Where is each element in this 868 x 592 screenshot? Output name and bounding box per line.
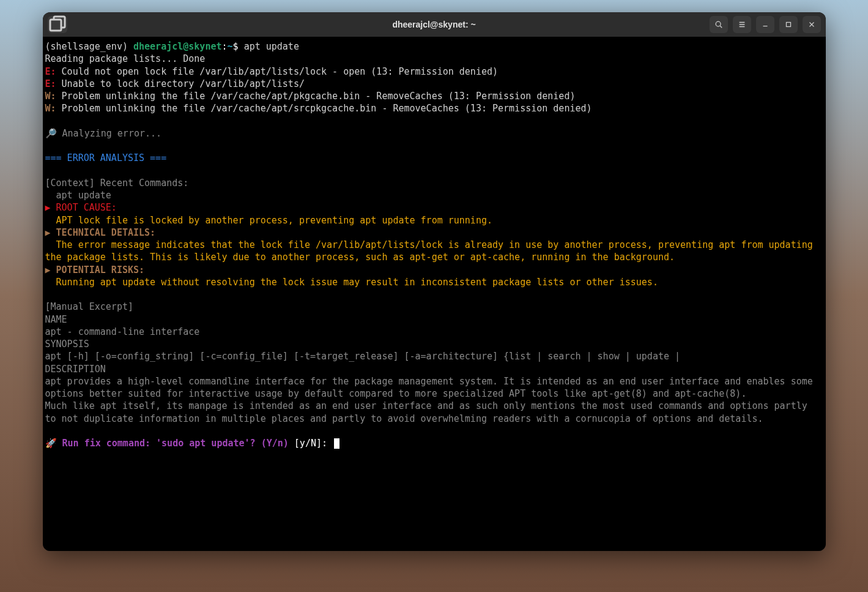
error-analysis-header: === ERROR ANALYSIS === [45,152,823,164]
prompt-separator: : [222,41,228,52]
fix-prompt-line: 🚀 Run fix command: 'sudo apt update'? (Y… [45,437,823,449]
root-cause-line: ▶ ROOT CAUSE: [45,201,823,214]
manual-description-label: DESCRIPTION [45,363,823,375]
titlebar-right [710,16,821,33]
error-prefix: E: [45,66,56,77]
error-text: Could not open lock file /var/lib/apt/li… [56,66,498,77]
warning-prefix: W: [45,103,56,114]
analyzing-text: Analyzing error... [57,128,162,139]
warning-line-1: W: Problem unlinking the file /var/cache… [45,90,823,102]
blank-line [45,288,823,301]
warning-line-2: W: Problem unlinking the file /var/cache… [45,102,823,114]
magnify-icon: 🔎 [45,128,57,139]
terminal-content[interactable]: (shellsage_env) dheerajcl@skynet:~$ apt … [43,37,826,551]
context-label: [Context] Recent Commands: [45,177,823,189]
root-cause-label: ROOT CAUSE: [51,202,117,213]
warning-text: Problem unlinking the file /var/cache/ap… [56,91,576,102]
error-prefix: E: [45,78,56,89]
command-text: apt update [244,41,299,52]
prompt-path: ~ [228,41,233,52]
risks-text: Running apt update without resolving the… [45,276,823,288]
new-tab-icon [48,15,67,34]
output-reading: Reading package lists... Done [45,53,823,65]
manual-synopsis-label: SYNOPSIS [45,338,823,350]
warning-prefix: W: [45,91,56,102]
new-tab-button[interactable] [48,16,67,33]
search-button[interactable] [710,16,728,33]
search-icon [714,20,723,29]
minimize-button[interactable] [756,16,774,33]
env-prefix: (shellsage_env) [45,41,128,52]
manual-description-text1: apt provides a high-level commandline in… [45,375,823,400]
rocket-icon: 🚀 [45,438,57,449]
svg-point-1 [716,21,721,26]
cursor[interactable] [334,438,339,449]
svg-line-2 [720,26,722,28]
tech-details-line: ▶ TECHNICAL DETAILS: [45,227,823,239]
svg-rect-0 [50,20,61,31]
arrow-icon: ▶ [45,264,51,275]
tech-details-text: The error message indicates that the loc… [45,239,823,264]
hamburger-icon [738,20,746,29]
manual-synopsis-text: apt [-h] [-o=config_string] [-c=config_f… [45,350,823,362]
titlebar: dheerajcl@skynet: ~ [43,12,826,37]
maximize-button[interactable] [779,16,798,33]
warning-text: Problem unlinking the file /var/cache/ap… [56,103,592,114]
menu-button[interactable] [733,16,751,33]
manual-description-text2: Much like apt itself, its manpage is int… [45,400,823,425]
svg-rect-7 [786,23,790,27]
input-prompt: [y/N]: [289,438,333,449]
risks-line: ▶ POTENTIAL RISKS: [45,264,823,276]
root-cause-text: APT lock file is locked by another proce… [45,214,823,227]
manual-name-text: apt - command-line interface [45,326,823,338]
blank-line [45,115,823,127]
arrow-icon: ▶ [45,202,51,213]
tech-details-label: TECHNICAL DETAILS: [51,227,156,238]
prompt-line: (shellsage_env) dheerajcl@skynet:~$ apt … [45,40,823,53]
blank-line [45,165,823,177]
manual-name-label: NAME [45,313,823,326]
blank-line [45,140,823,152]
analyzing-line: 🔎 Analyzing error... [45,127,823,140]
prompt-dollar: $ [233,41,239,52]
blank-line [45,425,823,437]
user-host: dheerajcl@skynet [133,41,222,52]
maximize-icon [784,20,793,29]
terminal-window: dheerajcl@skynet: ~ [43,12,826,551]
error-text: Unable to lock directory /var/lib/apt/li… [56,78,305,89]
error-line-1: E: Could not open lock file /var/lib/apt… [45,66,823,78]
close-button[interactable] [803,16,821,33]
fix-prompt-text: Run fix command: 'sudo apt update'? (Y/n… [57,438,289,449]
arrow-icon: ▶ [45,227,51,238]
context-command: apt update [45,189,823,201]
risks-label: POTENTIAL RISKS: [51,264,145,275]
manual-excerpt-label: [Manual Excerpt] [45,301,823,313]
error-line-2: E: Unable to lock directory /var/lib/apt… [45,78,823,90]
window-title: dheerajcl@skynet: ~ [392,20,475,29]
close-icon [807,20,816,29]
minimize-icon [761,20,770,29]
titlebar-left [48,16,67,33]
